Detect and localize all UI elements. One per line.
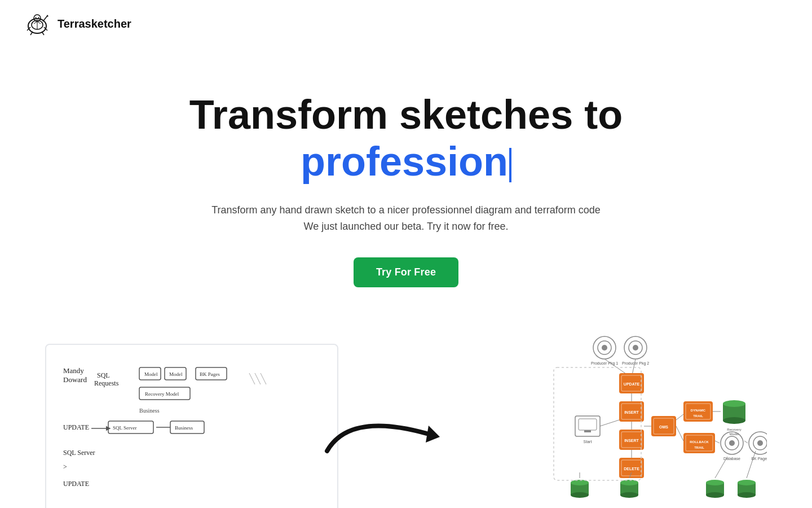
sketch-svg: Mandy Doward SQL Requests Model Model Re… [58, 356, 339, 508]
svg-marker-6 [46, 15, 48, 17]
arrow-svg [316, 400, 457, 468]
svg-line-91 [715, 441, 720, 443]
svg-line-38 [255, 373, 261, 384]
svg-text:INSERT: INSERT [624, 410, 639, 414]
svg-rect-63 [579, 419, 597, 430]
svg-point-103 [571, 492, 589, 498]
svg-text:DELETE: DELETE [624, 467, 639, 471]
svg-point-43 [602, 345, 607, 351]
diagram-panel: Producer Pkg 1 Producer Pkg 2 UPDATE [553, 332, 767, 508]
svg-text:Mandy: Mandy [63, 366, 84, 375]
svg-text:Model: Model [169, 371, 183, 377]
svg-text:UPDATE: UPDATE [63, 423, 89, 431]
svg-text:INSERT: INSERT [624, 439, 639, 443]
hero-title-line2: profession [301, 139, 511, 184]
svg-point-47 [633, 345, 638, 351]
cursor-blink [509, 148, 511, 182]
svg-line-75 [676, 414, 683, 420]
svg-point-109 [706, 492, 724, 498]
svg-text:BK Pages: BK Pages [200, 371, 220, 377]
hero-subtitle: Transform any hand drawn sketch to a nic… [211, 202, 601, 235]
svg-text:Producer Pkg 1: Producer Pkg 1 [591, 361, 618, 366]
svg-text:Business: Business [175, 425, 193, 431]
svg-marker-40 [426, 426, 440, 443]
svg-text:Producer Pkg 2: Producer Pkg 2 [622, 361, 649, 366]
svg-line-86 [676, 426, 683, 441]
svg-line-66 [600, 420, 619, 426]
svg-text:Business: Business [139, 408, 160, 414]
svg-text:TRAIL: TRAIL [693, 414, 703, 418]
svg-text:OMS: OMS [659, 425, 668, 429]
svg-point-112 [738, 492, 756, 498]
svg-rect-64 [584, 430, 591, 432]
svg-text:Start: Start [584, 440, 592, 444]
svg-text:Recovery: Recovery [727, 428, 741, 431]
svg-text:DYNAMC: DYNAMC [691, 409, 706, 412]
logo-container: Terrasketcher [23, 9, 131, 38]
svg-text:Requests: Requests [94, 379, 119, 387]
svg-line-96 [744, 441, 748, 443]
svg-point-106 [620, 492, 638, 498]
svg-text:SQL: SQL [97, 371, 110, 379]
svg-line-39 [261, 373, 266, 384]
svg-line-11 [34, 21, 37, 24]
hero-title-line1: Transform sketches to [189, 93, 623, 137]
svg-text:Recovery Model: Recovery Model [145, 391, 179, 397]
svg-line-115 [715, 457, 727, 478]
transform-arrow [316, 400, 457, 468]
svg-text:Model: Model [144, 371, 158, 377]
svg-text:>: > [63, 463, 67, 471]
svg-text:TRAIL: TRAIL [694, 446, 704, 449]
sketch-panel: Mandy Doward SQL Requests Model Model Re… [45, 344, 338, 508]
try-for-free-button[interactable]: Try For Free [354, 257, 458, 287]
svg-point-78 [723, 417, 745, 424]
svg-line-37 [249, 373, 255, 384]
diagram-section: Mandy Doward SQL Requests Model Model Re… [0, 321, 812, 508]
svg-point-108 [706, 480, 724, 485]
svg-text:SQL Server: SQL Server [113, 425, 136, 431]
svg-line-116 [747, 451, 756, 478]
svg-point-77 [723, 400, 745, 407]
logo-icon [23, 9, 52, 38]
svg-text:UPDATE: UPDATE [624, 382, 640, 386]
svg-point-3 [36, 17, 37, 18]
hero-section: Transform sketches to profession Transfo… [0, 47, 812, 321]
svg-line-12 [37, 21, 41, 24]
svg-text:Doward: Doward [63, 375, 87, 384]
brand-name: Terrasketcher [58, 17, 131, 30]
svg-point-111 [738, 480, 756, 485]
svg-text:ROLLBACK: ROLLBACK [690, 440, 709, 444]
svg-point-4 [38, 17, 39, 18]
header: Terrasketcher [0, 0, 812, 47]
svg-point-94 [757, 440, 763, 446]
svg-point-89 [729, 440, 735, 446]
svg-text:UPDATE: UPDATE [63, 480, 89, 488]
svg-text:SQL Server: SQL Server [63, 449, 95, 457]
diagram-svg: Producer Pkg 1 Producer Pkg 2 UPDATE [553, 332, 767, 507]
